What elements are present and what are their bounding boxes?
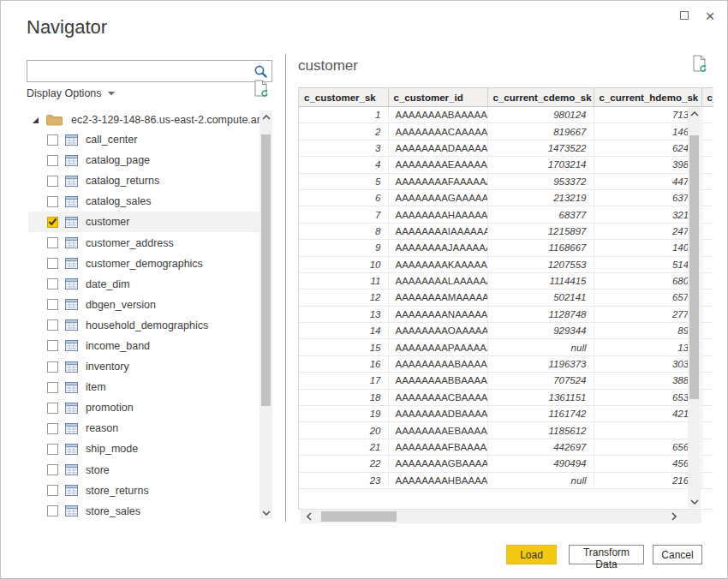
tree-item-catalog_sales[interactable]: catalog_sales	[28, 191, 260, 212]
scroll-up-button[interactable]	[260, 110, 272, 123]
tree-item-catalog_returns[interactable]: catalog_returns	[28, 170, 260, 191]
refresh-preview-icon[interactable]	[254, 80, 269, 101]
tree-item-income_band[interactable]: income_band	[28, 336, 260, 356]
checkbox[interactable]	[47, 237, 58, 248]
tree-item-customer_address[interactable]: customer_address	[28, 232, 260, 253]
tree-item-store_returns[interactable]: store_returns	[28, 481, 260, 501]
display-options-dropdown[interactable]: Display Options	[27, 87, 115, 99]
table-row: 6AAAAAAAAGAAAAAAA2132196374	[299, 189, 713, 206]
tree-item-call_center[interactable]: call_center	[28, 129, 260, 150]
cancel-button[interactable]: Cancel	[653, 545, 702, 564]
scrollbar-thumb[interactable]	[261, 134, 271, 406]
table-cell	[701, 107, 713, 123]
table-cell: 12	[299, 290, 388, 306]
table-cell: AAAAAAAAPAAAAAAA	[388, 339, 487, 355]
chevron-down-icon	[690, 499, 699, 504]
table-cell: 1196373	[487, 355, 594, 372]
tree-vertical-scrollbar[interactable]	[260, 110, 272, 519]
table-cell: 6577	[594, 290, 701, 306]
chevron-up-icon	[262, 115, 271, 120]
tree-item-dbgen_version[interactable]: dbgen_version	[28, 295, 260, 315]
table-row: 11AAAAAAAALAAAAAAA11144156807	[299, 272, 713, 289]
preview-horizontal-scrollbar[interactable]	[301, 510, 701, 523]
tree-item-label: household_demographics	[86, 319, 208, 331]
tree-item-promotion[interactable]: promotion	[28, 397, 260, 418]
table-cell: 2	[299, 123, 388, 140]
checkbox[interactable]	[47, 299, 58, 310]
checkbox[interactable]	[47, 155, 58, 166]
checkbox[interactable]	[47, 485, 58, 496]
close-button[interactable]: ×	[700, 5, 720, 26]
scroll-up-button[interactable]	[688, 107, 701, 120]
expand-triangle-icon[interactable]	[32, 116, 39, 124]
scroll-left-button[interactable]	[302, 510, 315, 523]
tree-item-customer_demographics[interactable]: customer_demographics	[28, 254, 260, 274]
scroll-down-button[interactable]	[688, 495, 701, 508]
transform-data-button[interactable]: Transform Data	[569, 545, 644, 564]
table-cell: 3219	[594, 206, 701, 223]
refresh-preview-icon[interactable]	[693, 55, 707, 76]
tree-item-label: store	[86, 464, 110, 476]
table-cell: 7135	[594, 107, 701, 123]
table-icon	[65, 423, 78, 434]
table-cell: AAAAAAAANAAAAAAA	[388, 306, 487, 322]
table-icon	[65, 361, 78, 373]
scrollbar-thumb[interactable]	[689, 135, 699, 399]
table-cell: AAAAAAAAGBAAAAAA	[388, 456, 487, 472]
checkbox[interactable]	[47, 382, 58, 393]
search-input[interactable]	[31, 62, 249, 81]
table-cell	[701, 272, 713, 289]
tree-root-server[interactable]: ec2-3-129-148-86.us-east-2.compute.amaz.…	[27, 110, 260, 129]
tree-item-reason[interactable]: reason	[28, 418, 260, 439]
table-cell: 15	[299, 339, 388, 355]
table-row: 21AAAAAAAAFBAAAAAA4426976560	[299, 439, 713, 455]
tree-item-store_sales[interactable]: store_sales	[28, 501, 260, 522]
table-cell: 819667	[487, 123, 594, 140]
table-cell	[701, 123, 713, 140]
table-cell: 68377	[487, 206, 594, 223]
checkbox[interactable]	[47, 423, 58, 434]
maximize-button[interactable]	[674, 5, 695, 26]
table-icon	[65, 403, 78, 414]
checkbox[interactable]	[47, 444, 58, 455]
load-button[interactable]: Load	[506, 545, 557, 564]
checkbox[interactable]	[47, 134, 58, 146]
close-icon: ×	[705, 8, 714, 24]
tree-item-customer[interactable]: customer	[28, 212, 260, 232]
table-cell: 1473522	[487, 140, 594, 156]
checkbox[interactable]	[47, 258, 58, 269]
preview-vertical-scrollbar[interactable]	[688, 107, 701, 508]
checkbox[interactable]	[47, 340, 58, 351]
table-cell: 1404	[594, 240, 701, 256]
table-cell: 2777	[594, 306, 701, 322]
checkbox[interactable]	[47, 464, 58, 475]
tree-item-date_dim[interactable]: date_dim	[28, 274, 260, 295]
scroll-right-button[interactable]	[667, 510, 680, 523]
tree-item-item[interactable]: item	[28, 377, 260, 397]
tree-item-label: call_center	[86, 134, 137, 146]
checkbox[interactable]	[47, 505, 58, 516]
scrollbar-thumb[interactable]	[321, 511, 397, 522]
tree-item-store[interactable]: store	[28, 460, 260, 481]
table-cell	[701, 256, 713, 272]
tree-item-label: store_returns	[86, 485, 149, 497]
checkbox[interactable]	[47, 176, 58, 187]
chevron-right-icon	[671, 512, 677, 521]
scroll-down-button[interactable]	[260, 506, 272, 519]
checkbox[interactable]	[47, 278, 58, 290]
table-cell: 980124	[487, 107, 594, 123]
table-row: 18AAAAAAAACBAAAAAA13611516535	[299, 389, 713, 405]
table-cell: 502141	[487, 290, 594, 306]
table-cell: 953372	[487, 173, 594, 189]
tree-item-inventory[interactable]: inventory	[28, 356, 260, 377]
checkbox[interactable]	[47, 361, 58, 373]
tree-item-ship_mode[interactable]: ship_mode	[28, 439, 260, 459]
checkbox[interactable]	[47, 196, 58, 207]
checkbox[interactable]	[47, 319, 58, 331]
tree-item-household_demographics[interactable]: household_demographics	[28, 315, 260, 336]
table-cell: AAAAAAAAHBAAAAAA	[388, 472, 487, 488]
checkbox[interactable]	[47, 403, 58, 414]
table-cell: 1461	[594, 123, 701, 140]
checkbox[interactable]	[47, 217, 58, 228]
tree-item-catalog_page[interactable]: catalog_page	[28, 150, 260, 170]
